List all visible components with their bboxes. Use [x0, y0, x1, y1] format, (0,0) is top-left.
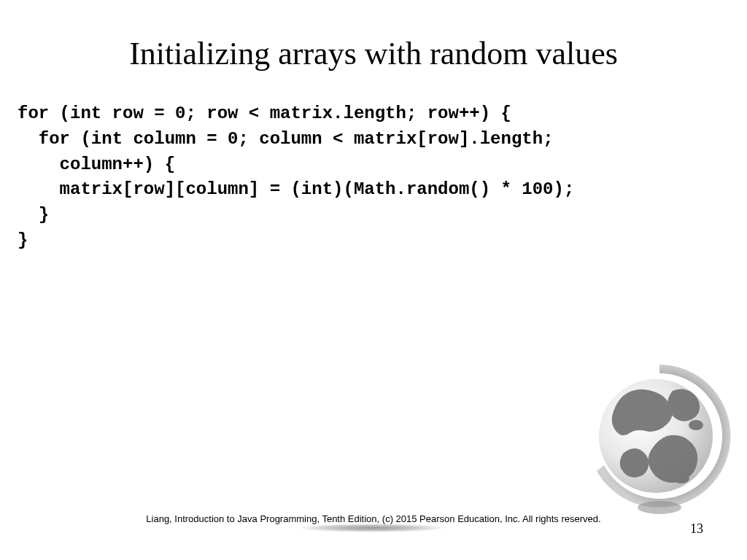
slide-title: Initializing arrays with random values	[0, 0, 747, 101]
svg-point-3	[689, 420, 703, 430]
code-block: for (int row = 0; row < matrix.length; r…	[0, 101, 747, 254]
footer-text: Liang, Introduction to Java Programming,…	[0, 513, 747, 525]
svg-point-4	[616, 425, 627, 432]
footer-area: Liang, Introduction to Java Programming,…	[0, 513, 747, 542]
svg-point-1	[638, 501, 681, 514]
page-number: 13	[690, 521, 703, 537]
globe-icon	[579, 356, 740, 516]
svg-point-5	[673, 473, 689, 483]
